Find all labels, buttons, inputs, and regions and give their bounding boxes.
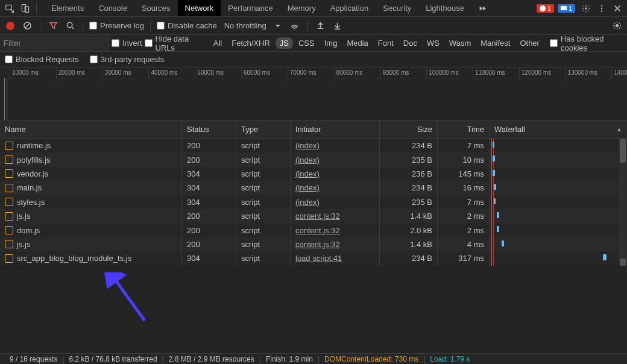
waterfall-cell <box>490 181 627 195</box>
tab-elements[interactable]: Elements <box>44 0 91 16</box>
filter-icon[interactable] <box>46 19 60 33</box>
col-initiator[interactable]: Initiator <box>291 121 380 138</box>
filter-type-js[interactable]: JS <box>276 37 293 49</box>
request-status: 304 <box>182 167 236 181</box>
timeline-tick: 80000 ms <box>334 67 363 78</box>
throttling-select[interactable]: No throttling <box>221 21 285 30</box>
timeline-tick: 20000 ms <box>56 67 85 78</box>
disable-cache-checkbox[interactable]: Disable cache <box>157 21 217 30</box>
request-status: 304 <box>182 195 236 209</box>
request-time: 2 ms <box>438 209 490 223</box>
table-row[interactable]: js.js200scriptcontent.js:321.4 kB4 ms <box>0 237 627 251</box>
request-size: 234 B <box>380 139 438 152</box>
filter-type-css[interactable]: CSS <box>294 37 319 49</box>
tab-lighthouse[interactable]: Lighthouse <box>418 0 471 16</box>
filter-type-other[interactable]: Other <box>515 37 544 49</box>
filter-input[interactable] <box>0 35 109 51</box>
preserve-log-checkbox[interactable]: Preserve log <box>89 21 144 30</box>
network-settings-gear-icon[interactable] <box>610 19 623 33</box>
request-time: 317 ms <box>438 251 490 265</box>
table-row[interactable]: runtime.js200script(index)234 B7 ms <box>0 139 627 152</box>
filter-type-all[interactable]: All <box>209 37 226 49</box>
vertical-scrollbar[interactable] <box>619 139 627 266</box>
request-time: 10 ms <box>438 152 490 166</box>
request-size: 234 B <box>380 251 438 265</box>
tab-security[interactable]: Security <box>376 0 418 16</box>
filter-type-fetchxhr[interactable]: Fetch/XHR <box>227 37 274 49</box>
hide-data-urls-checkbox[interactable]: Hide data URLs <box>145 34 204 52</box>
tab-console[interactable]: Console <box>91 0 134 16</box>
timeline-tick: 14000 <box>611 67 627 78</box>
request-initiator[interactable]: load script:41 <box>295 254 342 263</box>
request-initiator[interactable]: content.js:32 <box>295 226 340 235</box>
filter-type-img[interactable]: Img <box>320 37 342 49</box>
request-status: 304 <box>182 251 236 265</box>
request-size: 235 B <box>380 152 438 166</box>
col-status[interactable]: Status <box>182 121 236 138</box>
svg-rect-1 <box>22 4 25 11</box>
col-type[interactable]: Type <box>236 121 291 138</box>
tab-memory[interactable]: Memory <box>280 0 323 16</box>
tab-network[interactable]: Network <box>178 0 221 16</box>
invert-checkbox[interactable]: Invert <box>112 39 142 48</box>
third-party-checkbox[interactable]: 3rd-party requests <box>90 55 165 64</box>
table-row[interactable]: main.js304script(index)234 B16 ms <box>0 181 627 195</box>
has-blocked-cookies-checkbox[interactable]: Has blocked cookies <box>550 34 625 52</box>
filter-type-media[interactable]: Media <box>342 37 372 49</box>
table-header[interactable]: Name Status Type Initiator Size Time Wat… <box>0 121 627 139</box>
search-icon[interactable] <box>63 19 77 33</box>
request-initiator[interactable]: (index) <box>295 155 320 165</box>
request-initiator[interactable]: (index) <box>295 198 320 207</box>
message-count-badge[interactable]: 1 <box>558 4 575 13</box>
table-row[interactable]: polyfills.js200script(index)235 B10 ms <box>0 152 627 166</box>
device-toggle-icon[interactable] <box>18 1 33 16</box>
col-time[interactable]: Time <box>438 121 490 138</box>
col-waterfall[interactable]: Waterfall▲ <box>490 121 627 138</box>
js-file-icon <box>5 212 13 221</box>
request-initiator[interactable]: (index) <box>295 141 320 150</box>
overflow-icon[interactable] <box>475 1 490 16</box>
settings-gear-icon[interactable] <box>579 1 593 16</box>
filter-type-manifest[interactable]: Manifest <box>476 37 514 49</box>
timeline-overview[interactable]: 10000 ms20000 ms30000 ms40000 ms50000 ms… <box>0 67 627 121</box>
close-devtools-icon[interactable] <box>610 1 625 16</box>
col-name[interactable]: Name <box>0 121 182 138</box>
request-initiator[interactable]: (index) <box>295 169 320 178</box>
kebab-menu-icon[interactable] <box>594 1 609 16</box>
clear-icon[interactable] <box>20 19 34 33</box>
blocked-requests-checkbox[interactable]: Blocked Requests <box>5 55 79 64</box>
filter-type-font[interactable]: Font <box>374 37 398 49</box>
inspect-element-icon[interactable] <box>2 1 17 16</box>
filter-type-doc[interactable]: Doc <box>399 37 421 49</box>
tab-performance[interactable]: Performance <box>221 0 280 16</box>
table-row[interactable]: js.js200scriptcontent.js:321.4 kB2 ms <box>0 209 627 223</box>
import-har-icon[interactable] <box>314 19 327 33</box>
svg-rect-4 <box>561 6 567 10</box>
js-file-icon <box>5 169 13 178</box>
timeline-tick: 60000 ms <box>241 67 270 78</box>
request-status: 200 <box>182 139 236 152</box>
export-har-icon[interactable] <box>331 19 344 33</box>
error-count-badge[interactable]: 1 <box>537 4 554 13</box>
request-type: script <box>236 195 291 209</box>
table-row[interactable]: src_app_blog_blog_module_ts.js304scriptl… <box>0 251 627 265</box>
tab-sources[interactable]: Sources <box>134 0 178 16</box>
request-initiator[interactable]: content.js:32 <box>295 212 340 221</box>
request-type: script <box>236 223 291 237</box>
timeline-tick: 30000 ms <box>102 67 131 78</box>
status-bar: 9 / 16 requests| 6.2 kB / 76.8 kB transf… <box>0 353 627 364</box>
message-count: 1 <box>569 5 572 12</box>
request-initiator[interactable]: content.js:32 <box>295 240 340 249</box>
request-initiator[interactable]: (index) <box>295 183 320 192</box>
table-row[interactable]: dom.js200scriptcontent.js:322.0 kB2 ms <box>0 223 627 237</box>
request-size: 1.4 kB <box>380 209 438 223</box>
network-conditions-icon[interactable] <box>288 19 301 33</box>
table-row[interactable]: vendor.js304script(index)236 B145 ms <box>0 167 627 181</box>
table-row[interactable]: styles.js304script(index)235 B7 ms <box>0 195 627 209</box>
record-button[interactable] <box>4 19 17 33</box>
tab-application[interactable]: Application <box>323 0 376 16</box>
col-size[interactable]: Size <box>380 121 438 138</box>
request-name: js.js <box>17 212 30 221</box>
filter-type-ws[interactable]: WS <box>423 37 444 49</box>
filter-type-wasm[interactable]: Wasm <box>445 37 475 49</box>
